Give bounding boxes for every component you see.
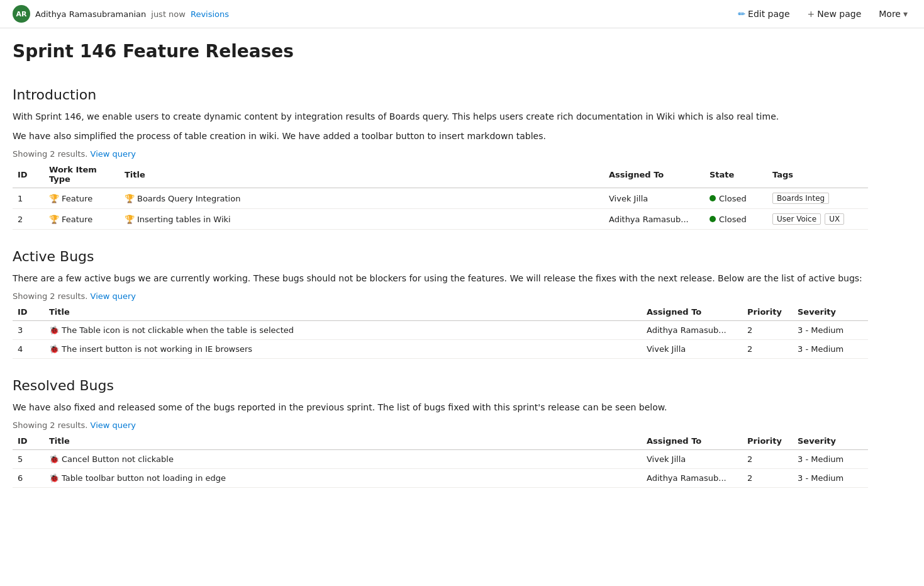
cell-assigned: Vivek Jilla xyxy=(642,340,742,359)
cell-assigned: Vivek Jilla xyxy=(604,188,704,209)
cell-title: 🐞 The insert button is not working in IE… xyxy=(44,340,642,359)
timestamp: just now xyxy=(151,9,186,19)
col-header-priority-rb: Priority xyxy=(742,432,793,450)
page-title: Sprint 146 Feature Releases xyxy=(13,41,868,68)
cell-state: Closed xyxy=(704,188,767,209)
state-dot xyxy=(710,216,716,222)
more-label: More xyxy=(879,9,901,19)
plus-icon: + xyxy=(808,9,815,19)
feature-icon: 🏆 xyxy=(49,215,59,224)
table-row: 2 🏆Feature 🏆 Inserting tables in Wiki Ad… xyxy=(13,209,868,230)
cell-priority: 2 xyxy=(742,450,793,469)
feature-icon: 🏆 xyxy=(49,194,59,203)
bug-icon: 🐞 xyxy=(49,454,59,464)
active-showing-results: Showing 2 results. View query xyxy=(13,291,868,301)
intro-table-header: ID Work Item Type Title Assigned To Stat… xyxy=(13,161,868,188)
state-dot xyxy=(710,195,716,201)
cell-title: 🏆 Boards Query Integration xyxy=(120,188,604,209)
avatar: AR xyxy=(13,5,30,23)
header-left: AR Adithya Ramasubramanian just now Revi… xyxy=(13,5,229,23)
resolved-view-query[interactable]: View query xyxy=(91,420,136,430)
resolved-bugs-title: Resolved Bugs xyxy=(13,378,868,393)
intro-showing-results: Showing 2 results. View query xyxy=(13,149,868,159)
cell-severity: 3 - Medium xyxy=(793,469,868,488)
col-header-id: ID xyxy=(13,161,44,188)
introduction-para-1: With Sprint 146, we enable users to crea… xyxy=(13,110,868,123)
page-header: AR Adithya Ramasubramanian just now Revi… xyxy=(0,0,924,28)
resolved-bugs-section: Resolved Bugs We have also fixed and rel… xyxy=(13,378,868,488)
col-header-severity-ab: Severity xyxy=(793,303,868,321)
cell-priority: 2 xyxy=(742,469,793,488)
revisions-link[interactable]: Revisions xyxy=(191,9,229,19)
feature-icon: 🏆 xyxy=(125,194,135,203)
new-page-label: New page xyxy=(817,9,861,19)
introduction-section: Introduction With Sprint 146, we enable … xyxy=(13,87,868,230)
cell-id: 3 xyxy=(13,321,44,340)
cell-tags: Boards Integ xyxy=(767,188,868,209)
cell-id: 2 xyxy=(13,209,44,230)
table-row: 4 🐞 The insert button is not working in … xyxy=(13,340,868,359)
col-header-id-rb: ID xyxy=(13,432,44,450)
intro-view-query[interactable]: View query xyxy=(91,149,136,159)
active-bugs-table: ID Title Assigned To Priority Severity 3… xyxy=(13,303,868,359)
cell-id: 4 xyxy=(13,340,44,359)
cell-severity: 3 - Medium xyxy=(793,340,868,359)
tag-badge: UX xyxy=(825,213,844,225)
cell-id: 6 xyxy=(13,469,44,488)
new-page-button[interactable]: + New page xyxy=(804,6,866,21)
main-content: Sprint 146 Feature Releases Introduction… xyxy=(0,28,881,526)
introduction-title: Introduction xyxy=(13,87,868,103)
edit-page-label: Edit page xyxy=(748,9,790,19)
chevron-down-icon: ▾ xyxy=(903,9,908,19)
cell-tags: User Voice UX xyxy=(767,209,868,230)
resolved-showing-results: Showing 2 results. View query xyxy=(13,420,868,430)
cell-type: 🏆Feature xyxy=(44,209,120,230)
edit-page-button[interactable]: ✏ Edit page xyxy=(734,6,793,21)
author-name: Adithya Ramasubramanian xyxy=(35,9,146,19)
bug-icon: 🐞 xyxy=(49,473,59,483)
cell-id: 1 xyxy=(13,188,44,209)
col-header-assigned-rb: Assigned To xyxy=(642,432,742,450)
cell-severity: 3 - Medium xyxy=(793,321,868,340)
bug-icon: 🐞 xyxy=(49,344,59,354)
col-header-tags: Tags xyxy=(767,161,868,188)
col-header-assigned: Assigned To xyxy=(604,161,704,188)
col-header-assigned-ab: Assigned To xyxy=(642,303,742,321)
cell-id: 5 xyxy=(13,450,44,469)
cell-assigned: Adithya Ramasub... xyxy=(604,209,704,230)
more-button[interactable]: More ▾ xyxy=(875,6,911,21)
cell-assigned: Adithya Ramasub... xyxy=(642,469,742,488)
col-header-type: Work Item Type xyxy=(44,161,120,188)
introduction-table: ID Work Item Type Title Assigned To Stat… xyxy=(13,161,868,230)
cell-title: 🐞 Table toolbar button not loading in ed… xyxy=(44,469,642,488)
bug-icon: 🐞 xyxy=(49,325,59,335)
introduction-para-2: We have also simplified the process of t… xyxy=(13,130,868,143)
col-header-title-ab: Title xyxy=(44,303,642,321)
col-header-priority-ab: Priority xyxy=(742,303,793,321)
active-table-header: ID Title Assigned To Priority Severity xyxy=(13,303,868,321)
cell-priority: 2 xyxy=(742,340,793,359)
resolved-table-header: ID Title Assigned To Priority Severity xyxy=(13,432,868,450)
resolved-bugs-para: We have also fixed and released some of … xyxy=(13,401,868,414)
resolved-bugs-table: ID Title Assigned To Priority Severity 5… xyxy=(13,432,868,488)
col-header-title-rb: Title xyxy=(44,432,642,450)
header-right: ✏ Edit page + New page More ▾ xyxy=(734,6,911,21)
pencil-icon: ✏ xyxy=(738,9,745,19)
active-bugs-para: There are a few active bugs we are curre… xyxy=(13,272,868,285)
cell-title: 🏆 Inserting tables in Wiki xyxy=(120,209,604,230)
cell-state: Closed xyxy=(704,209,767,230)
col-header-severity-rb: Severity xyxy=(793,432,868,450)
cell-type: 🏆Feature xyxy=(44,188,120,209)
table-row: 3 🐞 The Table icon is not clickable when… xyxy=(13,321,868,340)
active-bugs-section: Active Bugs There are a few active bugs … xyxy=(13,249,868,359)
col-header-id-ab: ID xyxy=(13,303,44,321)
col-header-title: Title xyxy=(120,161,604,188)
table-row: 6 🐞 Table toolbar button not loading in … xyxy=(13,469,868,488)
active-bugs-title: Active Bugs xyxy=(13,249,868,264)
cell-severity: 3 - Medium xyxy=(793,450,868,469)
feature-icon: 🏆 xyxy=(125,215,135,224)
table-row: 1 🏆Feature 🏆 Boards Query Integration Vi… xyxy=(13,188,868,209)
tag-badge: User Voice xyxy=(772,213,821,225)
active-view-query[interactable]: View query xyxy=(91,291,136,301)
cell-assigned: Adithya Ramasub... xyxy=(642,321,742,340)
